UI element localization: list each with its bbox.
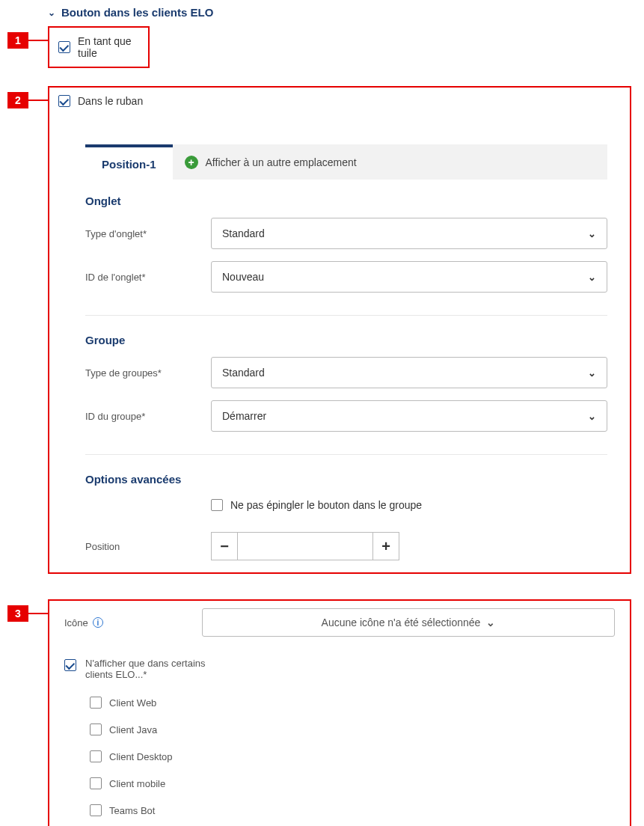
nopin-checkbox[interactable] — [211, 499, 223, 511]
chevron-down-icon: ⌄ — [48, 7, 55, 18]
client-web-checkbox[interactable] — [90, 697, 102, 709]
icon-client-panel: Icône i Aucune icône n'a été sélectionné… — [48, 599, 631, 826]
tab-id-label: ID de l'onglet* — [85, 272, 211, 283]
client-teamsbot-label: Teams Bot — [109, 805, 155, 816]
icon-select-text: Aucune icône n'a été sélectionnée — [322, 617, 481, 628]
section-toggle[interactable]: ⌄ Bouton dans les clients ELO — [0, 0, 644, 23]
client-desktop-label: Client Desktop — [109, 751, 173, 762]
chevron-down-icon: ⌄ — [486, 617, 495, 628]
tile-checkbox-label: En tant que tuile — [78, 35, 139, 59]
group-type-select[interactable]: Standard ⌄ — [211, 357, 607, 388]
tab-position-1[interactable]: Position-1 — [85, 144, 173, 180]
group-id-select[interactable]: Démarrer ⌄ — [211, 400, 607, 432]
position-label: Position — [85, 541, 211, 552]
group-type-value: Standard — [222, 367, 265, 379]
callout-connector — [28, 613, 48, 614]
divider — [85, 454, 607, 455]
callout-badge-1: 1 — [7, 32, 28, 49]
tab-type-value: Standard — [222, 227, 265, 239]
chevron-down-icon: ⌄ — [588, 411, 596, 422]
section-title: Bouton dans les clients ELO — [61, 6, 213, 19]
advanced-heading: Options avancées — [85, 473, 607, 486]
nopin-checkbox-label: Ne pas épingler le bouton dans le groupe — [230, 499, 422, 511]
tab-id-select[interactable]: Nouveau ⌄ — [211, 261, 607, 293]
group-type-label: Type de groupes* — [85, 367, 211, 379]
callout-badge-2: 2 — [7, 92, 28, 108]
tile-checkbox[interactable] — [58, 41, 70, 53]
onglet-heading: Onglet — [85, 195, 607, 207]
ribbon-config-panel: Dans le ruban Position-1 + Afficher à un… — [48, 86, 631, 574]
tab-id-value: Nouveau — [222, 271, 264, 283]
icon-select[interactable]: Aucune icône n'a été sélectionnée ⌄ — [202, 608, 615, 637]
client-mobile-label: Client mobile — [109, 778, 165, 789]
ribbon-checkbox[interactable] — [58, 95, 70, 107]
tab-type-label: Type d'onglet* — [85, 228, 211, 239]
position-decrement[interactable]: − — [211, 532, 238, 560]
client-java-label: Client Java — [109, 724, 157, 735]
client-mobile-checkbox[interactable] — [90, 777, 102, 789]
client-teamsbot-checkbox[interactable] — [90, 804, 102, 816]
callout-connector — [28, 100, 48, 101]
client-desktop-checkbox[interactable] — [90, 750, 102, 762]
chevron-down-icon: ⌄ — [588, 228, 596, 239]
show-only-label: N'afficher que dans certains clients ELO… — [85, 658, 212, 680]
plus-icon: + — [185, 156, 198, 169]
position-increment[interactable]: + — [372, 532, 399, 560]
show-only-checkbox[interactable] — [64, 659, 76, 671]
tab-type-select[interactable]: Standard ⌄ — [211, 218, 607, 249]
divider — [85, 315, 607, 316]
callout-connector — [28, 40, 48, 41]
groupe-heading: Groupe — [85, 334, 607, 346]
client-web-label: Client Web — [109, 697, 156, 709]
position-stepper: − + — [211, 532, 399, 560]
info-icon[interactable]: i — [93, 617, 103, 628]
icon-label-wrap: Icône i — [64, 617, 169, 628]
ribbon-checkbox-label: Dans le ruban — [78, 95, 143, 107]
icon-label: Icône — [64, 617, 88, 628]
add-position-label: Afficher à un autre emplacement — [206, 156, 357, 168]
group-id-value: Démarrer — [222, 410, 266, 422]
chevron-down-icon: ⌄ — [588, 272, 596, 283]
tile-checkbox-group: En tant que tuile — [48, 26, 150, 68]
callout-badge-3: 3 — [7, 605, 28, 622]
add-position-tab[interactable]: + Afficher à un autre emplacement — [173, 144, 607, 180]
client-java-checkbox[interactable] — [90, 723, 102, 735]
position-input[interactable] — [238, 532, 372, 560]
group-id-label: ID du groupe* — [85, 411, 211, 422]
chevron-down-icon: ⌄ — [588, 367, 596, 379]
